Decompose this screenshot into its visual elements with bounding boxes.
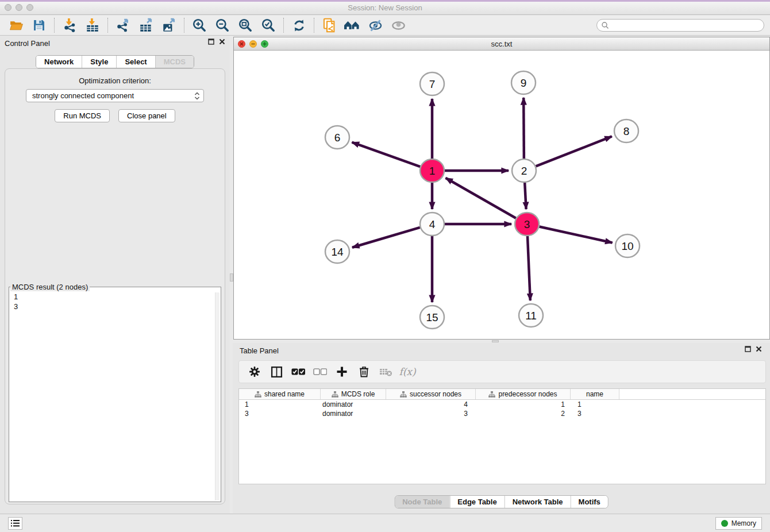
table-cell[interactable]: 1 [239, 400, 321, 408]
table-cell[interactable]: 3 [571, 410, 619, 418]
delete-table-button[interactable] [376, 363, 395, 380]
svg-text:7: 7 [429, 78, 436, 90]
zoom-fit-button[interactable] [234, 17, 257, 34]
graph-node-10[interactable]: 10 [615, 234, 640, 257]
graph-edge-3-11[interactable] [528, 236, 530, 300]
run-mcds-button[interactable]: Run MCDS [55, 109, 110, 122]
open-session-button[interactable] [5, 17, 28, 34]
zoom-out-button[interactable] [211, 17, 234, 34]
graph-edge-3-10[interactable] [539, 226, 612, 242]
tab-edge-table[interactable]: Edge Table [449, 496, 504, 508]
table-toolbar: f(x) [238, 360, 766, 383]
close-panel-icon[interactable] [219, 38, 225, 45]
graph-node-4[interactable]: 4 [420, 213, 444, 236]
home-button[interactable] [341, 17, 364, 34]
export-table-button[interactable] [134, 17, 157, 34]
table-cell[interactable]: 2 [476, 410, 571, 418]
eye-disabled-button[interactable] [387, 17, 410, 34]
search-field[interactable] [596, 19, 764, 32]
add-row-button[interactable] [332, 363, 352, 380]
graph-node-14[interactable]: 14 [325, 240, 349, 263]
table-panel-title: Table Panel [240, 346, 279, 355]
table-cell[interactable]: 3 [239, 410, 321, 418]
table-cell[interactable]: dominator [321, 410, 386, 418]
graph-edge-4-14[interactable] [352, 228, 420, 248]
share-document-button[interactable] [318, 17, 341, 34]
split-view-button[interactable] [267, 363, 286, 380]
table-tabs: Node TableEdge TableNetwork TableMotifs [394, 495, 609, 508]
table-header-filler [619, 389, 765, 399]
graph-node-6[interactable]: 6 [325, 126, 349, 149]
network-graph[interactable]: 7968124314101511 [234, 51, 769, 339]
import-network-button[interactable] [58, 17, 81, 34]
zoom-in-button[interactable] [188, 17, 211, 34]
table-cell[interactable]: 1 [476, 400, 571, 408]
criterion-dropdown[interactable]: strongly connected component [26, 89, 204, 102]
import-table-button[interactable] [81, 17, 104, 34]
delete-row-button[interactable] [354, 363, 374, 380]
scrollbar[interactable] [215, 292, 220, 500]
graph-node-9[interactable]: 9 [511, 71, 536, 94]
zoom-selected-button[interactable] [257, 17, 280, 34]
tab-style[interactable]: Style [82, 56, 116, 68]
tab-motifs[interactable]: Motifs [571, 496, 608, 508]
tab-mcds[interactable]: MCDS [155, 56, 194, 68]
column-header-predecessor-nodes[interactable]: predecessor nodes [476, 389, 571, 399]
function-builder-button[interactable]: f(x) [398, 363, 417, 380]
export-image-button[interactable] [157, 17, 180, 34]
mcds-result-list[interactable]: 13 [9, 291, 221, 311]
svg-text:10: 10 [621, 240, 633, 252]
graph-edge-1-6[interactable] [352, 142, 420, 167]
float-window-icon[interactable] [745, 346, 751, 352]
column-header-successor-nodes[interactable]: successor nodes [386, 389, 476, 399]
close-panel-button[interactable]: Close panel [118, 109, 175, 122]
table-row[interactable]: 3dominator323 [239, 409, 765, 418]
table-cell[interactable]: 1 [571, 400, 619, 408]
tab-node-table[interactable]: Node Table [395, 496, 449, 508]
column-header-shared-name[interactable]: shared name [239, 389, 321, 399]
splitter-grip[interactable] [492, 340, 499, 342]
export-network-button[interactable] [111, 17, 134, 34]
tab-select[interactable]: Select [116, 56, 155, 68]
deselect-all-button[interactable] [310, 363, 330, 380]
graph-node-11[interactable]: 11 [519, 304, 543, 327]
graph-edge-3-1[interactable] [446, 178, 516, 218]
column-header-name[interactable]: name [571, 389, 619, 399]
tab-network-table[interactable]: Network Table [505, 496, 571, 508]
table-header-row: shared nameMCDS rolesuccessor nodesprede… [239, 389, 765, 400]
table-settings-button[interactable] [245, 363, 264, 380]
refresh-button[interactable] [287, 17, 310, 34]
network-canvas[interactable]: 7968124314101511 [234, 51, 769, 339]
float-window-icon[interactable] [208, 38, 214, 45]
search-input[interactable] [609, 20, 764, 30]
search-icon [601, 21, 609, 29]
graph-node-15[interactable]: 15 [420, 306, 444, 329]
graph-node-8[interactable]: 8 [614, 119, 638, 142]
menu-button[interactable] [8, 517, 22, 530]
graph-node-3[interactable]: 3 [515, 213, 539, 236]
close-panel-icon[interactable] [756, 346, 762, 352]
table-row[interactable]: 1dominator411 [239, 400, 765, 409]
table-cell[interactable]: 3 [386, 410, 476, 418]
toolbar-separator [283, 18, 284, 33]
deselect-all-icon [313, 368, 327, 376]
graph-edge-2-9[interactable] [523, 98, 524, 159]
graph-node-1[interactable]: 1 [420, 159, 444, 182]
table-cell[interactable]: 4 [386, 400, 476, 408]
mcds-result-line: 1 [14, 292, 221, 302]
graph-edge-2-3[interactable] [525, 183, 526, 209]
table-cell[interactable]: dominator [321, 400, 386, 408]
column-header-MCDS-role[interactable]: MCDS role [321, 389, 386, 399]
memory-button[interactable]: Memory [715, 517, 762, 530]
graph-node-7[interactable]: 7 [420, 72, 444, 95]
graph-node-2[interactable]: 2 [512, 159, 536, 182]
tab-network[interactable]: Network [36, 56, 82, 68]
hide-graphics-button[interactable] [364, 17, 387, 34]
save-session-button[interactable] [28, 17, 51, 34]
zoom-in-icon [192, 18, 207, 33]
network-window-titlebar[interactable]: scc.txt [234, 37, 769, 51]
select-all-button[interactable] [288, 363, 308, 380]
hierarchy-icon [255, 391, 261, 398]
svg-text:3: 3 [524, 218, 530, 230]
graph-edge-2-8[interactable] [536, 136, 612, 166]
